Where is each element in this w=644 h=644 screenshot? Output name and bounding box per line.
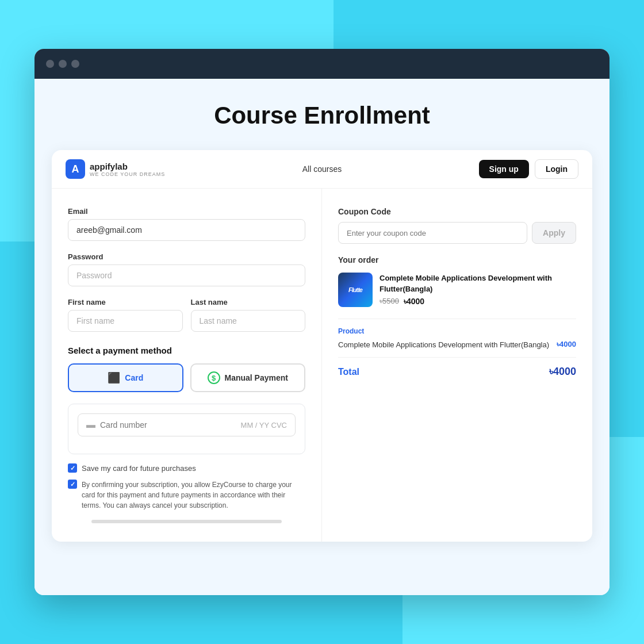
card-label: Card (125, 373, 143, 382)
logo-tagline: WE CODE YOUR DREAMS (90, 171, 165, 177)
coupon-label: Coupon Code (338, 207, 576, 216)
product-row: Complete Mobile Applications Development… (338, 340, 576, 349)
logo-text-group: appifylab WE CODE YOUR DREAMS (90, 162, 165, 177)
nav-center: All courses (177, 164, 467, 174)
order-item-thumbnail: Flutte (338, 273, 373, 307)
lastname-field-group: Last name (191, 298, 306, 332)
lastname-label: Last name (191, 298, 306, 306)
thumbnail-text: Flutte (348, 286, 362, 293)
manual-icon: $ (208, 371, 220, 384)
browser-dot-1 (46, 60, 54, 68)
scrollbar-hint (91, 520, 281, 523)
password-label: Password (68, 252, 305, 261)
terms-checkbox[interactable] (68, 480, 77, 489)
email-field-group: Email (68, 207, 305, 241)
total-label: Total (338, 367, 359, 377)
signup-button[interactable]: Sign up (479, 160, 529, 178)
nav-all-courses[interactable]: All courses (302, 164, 342, 174)
logo-icon: A (66, 159, 85, 179)
order-item-prices: ৳5500 ৳4000 (379, 297, 576, 306)
browser-content: Course Enrollment A appifylab WE CODE YO… (34, 79, 610, 595)
firstname-field-group: First name (68, 298, 183, 332)
name-fields-row: First name Last name (68, 298, 305, 332)
card-icon: ⬛ (108, 371, 120, 384)
card-number-input[interactable] (100, 420, 236, 430)
email-label: Email (68, 207, 305, 216)
order-item: Flutte Complete Mobile Applications Deve… (338, 273, 576, 307)
browser-dot-3 (71, 60, 79, 68)
password-field-group: Password (68, 252, 305, 286)
logo[interactable]: A appifylab WE CODE YOUR DREAMS (66, 159, 165, 179)
order-item-details: Complete Mobile Applications Development… (379, 273, 576, 306)
card-expiry-cvc: MM / YY CVC (241, 421, 287, 430)
order-item-price-old: ৳5500 (379, 297, 399, 306)
browser-window: Course Enrollment A appifylab WE CODE YO… (34, 49, 610, 595)
lastname-input[interactable] (191, 310, 306, 332)
firstname-label: First name (68, 298, 183, 306)
apply-coupon-button[interactable]: Apply (532, 222, 576, 244)
password-input[interactable] (68, 264, 305, 286)
card-payment-button[interactable]: ⬛ Card (68, 363, 183, 392)
card-number-row: ▬ MM / YY CVC (78, 413, 296, 436)
coupon-section: Coupon Code Apply (338, 207, 576, 244)
save-card-checkbox[interactable] (68, 463, 77, 473)
nav-actions: Sign up Login (479, 159, 578, 179)
your-order-label: Your order (338, 255, 576, 264)
browser-titlebar (34, 49, 610, 79)
payment-methods-row: ⬛ Card $ Manual Payment (68, 363, 305, 392)
page-title: Course Enrollment (52, 102, 592, 129)
total-divider (338, 357, 576, 358)
terms-text: By confirming your subscription, you all… (82, 480, 305, 511)
total-row: Total ৳4000 (338, 366, 576, 378)
coupon-row: Apply (338, 222, 576, 244)
payment-method-label: Select a payment method (68, 346, 305, 355)
product-name: Complete Mobile Applications Development… (338, 340, 549, 349)
navbar: A appifylab WE CODE YOUR DREAMS All cour… (52, 150, 592, 189)
firstname-input[interactable] (68, 310, 183, 332)
save-card-label: Save my card for future purchases (82, 464, 196, 473)
order-item-price-new: ৳4000 (404, 297, 424, 306)
terms-row: By confirming your subscription, you all… (68, 480, 305, 511)
manual-label: Manual Payment (225, 373, 288, 382)
browser-dot-2 (59, 60, 67, 68)
manual-payment-button[interactable]: $ Manual Payment (190, 363, 306, 392)
main-card: A appifylab WE CODE YOUR DREAMS All cour… (52, 150, 592, 542)
card-chip-icon: ▬ (86, 420, 95, 430)
coupon-input[interactable] (338, 222, 527, 244)
product-price: ৳4000 (557, 340, 576, 349)
form-layout: Email Password First name Last nam (52, 189, 592, 542)
logo-name: appifylab (90, 162, 165, 171)
payment-section: Select a payment method ⬛ Card $ Manual … (68, 346, 305, 392)
form-left: Email Password First name Last nam (52, 189, 322, 542)
total-amount: ৳4000 (549, 366, 576, 378)
email-input[interactable] (68, 219, 305, 241)
order-divider (338, 319, 576, 319)
order-item-title: Complete Mobile Applications Development… (379, 273, 576, 294)
product-section-label: Product (338, 327, 576, 335)
save-card-row: Save my card for future purchases (68, 463, 305, 473)
card-form: ▬ MM / YY CVC (68, 404, 305, 454)
form-right: Coupon Code Apply Your order Flutte Comp… (322, 189, 592, 542)
login-button[interactable]: Login (535, 159, 578, 179)
